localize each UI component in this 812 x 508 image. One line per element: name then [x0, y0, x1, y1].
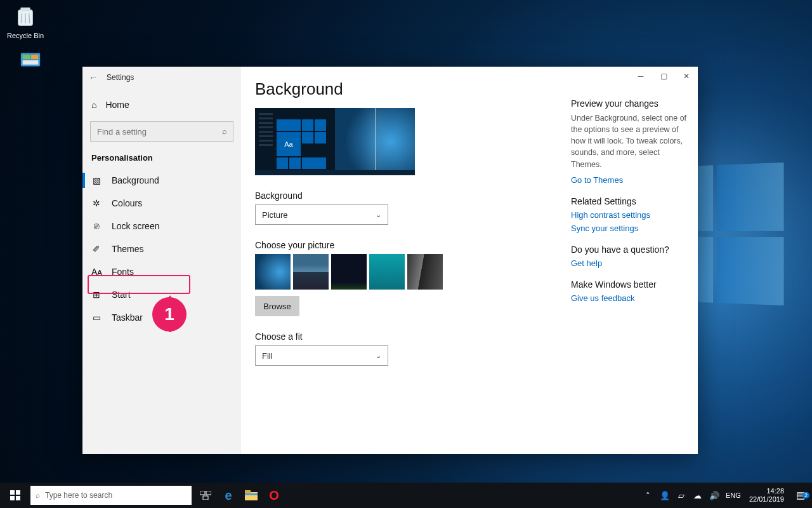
- sidebar-item-label: Colours: [112, 198, 142, 208]
- tray-network-icon[interactable]: ▱: [673, 491, 690, 500]
- preview-sample-text: Aa: [277, 132, 301, 156]
- home-icon: ⌂: [91, 100, 96, 110]
- sidebar-item-taskbar[interactable]: ▭Taskbar: [82, 306, 241, 329]
- settings-window: ─ ▢ ✕ ← Settings ⌂ Home ⌕ Personalisatio…: [82, 67, 698, 454]
- preview-changes-text: Under Background, select one of the opti…: [571, 112, 688, 170]
- control-panel-icon: [18, 48, 43, 72]
- picture-thumb-3[interactable]: [331, 254, 367, 290]
- get-help-link[interactable]: Get help: [571, 258, 688, 268]
- picture-thumb-4[interactable]: [369, 254, 405, 290]
- taskbar: ⌕ Type here to search e O ˄ 👤 ▱ ☁ 🔊 ENG …: [0, 483, 812, 508]
- chevron-down-icon: ⌄: [376, 211, 381, 219]
- start-button[interactable]: [0, 483, 30, 508]
- close-button[interactable]: ✕: [675, 67, 698, 86]
- themes-icon: ✐: [91, 244, 102, 254]
- sidebar-item-colours[interactable]: ✲Colours: [82, 192, 241, 215]
- find-setting-input[interactable]: [90, 121, 233, 142]
- minimize-button[interactable]: ─: [629, 67, 652, 86]
- svg-rect-1: [20, 8, 30, 11]
- taskbar-search[interactable]: ⌕ Type here to search: [30, 486, 192, 505]
- chevron-down-icon: ⌄: [376, 352, 381, 360]
- sync-settings-link[interactable]: Sync your settings: [571, 224, 688, 233]
- search-icon: ⌕: [222, 126, 227, 136]
- picture-icon: ▧: [91, 175, 102, 185]
- tray-volume-icon[interactable]: 🔊: [706, 491, 723, 500]
- svg-rect-8: [200, 491, 205, 495]
- svg-rect-5: [23, 60, 39, 65]
- lock-screen-icon: ⎚: [91, 221, 102, 231]
- page-title: Background: [255, 79, 557, 99]
- taskbar-opera-icon[interactable]: O: [263, 483, 285, 508]
- start-icon: ⊞: [91, 290, 102, 300]
- svg-rect-4: [31, 55, 38, 59]
- sidebar-item-label: Lock screen: [112, 221, 159, 231]
- recycle-bin-icon: [13, 5, 37, 29]
- svg-rect-10: [203, 496, 208, 500]
- sidebar-item-start[interactable]: ⊞Start: [82, 283, 241, 306]
- tray-clock[interactable]: 14:28 22/01/2019: [744, 487, 789, 504]
- right-panel: Preview your changes Under Background, s…: [571, 67, 698, 454]
- svg-rect-3: [23, 55, 30, 59]
- palette-icon: ✲: [91, 198, 102, 208]
- settings-content: Background Aa Background Picture ⌄: [241, 67, 698, 454]
- tray-time: 14:28: [749, 487, 784, 495]
- taskbar-explorer-icon[interactable]: [240, 483, 263, 508]
- fit-dropdown-value: Fill: [262, 351, 273, 361]
- sidebar-item-fonts[interactable]: AᴀFonts: [82, 260, 241, 283]
- settings-sidebar: ← Settings ⌂ Home ⌕ Personalisation ▧Bac…: [82, 67, 241, 454]
- notification-count: 2: [802, 492, 809, 498]
- go-to-themes-link[interactable]: Go to Themes: [571, 175, 688, 185]
- sidebar-item-background[interactable]: ▧Background: [82, 169, 241, 192]
- picture-thumbnails: [255, 254, 557, 290]
- window-controls: ─ ▢ ✕: [629, 67, 698, 86]
- svg-rect-13: [245, 493, 258, 495]
- high-contrast-link[interactable]: High contrast settings: [571, 210, 688, 220]
- choose-picture-label: Choose your picture: [255, 240, 557, 250]
- sidebar-item-themes[interactable]: ✐Themes: [82, 237, 241, 260]
- system-tray: ˄ 👤 ▱ ☁ 🔊 ENG 14:28 22/01/2019 ▤2: [640, 483, 812, 508]
- sidebar-item-label: Background: [112, 175, 159, 185]
- sidebar-nav: ▧Background ✲Colours ⎚Lock screen ✐Theme…: [82, 169, 241, 329]
- background-dropdown[interactable]: Picture ⌄: [255, 204, 388, 225]
- desktop-icon-recycle-bin[interactable]: Recycle Bin: [6, 5, 44, 39]
- sidebar-item-label: Start: [112, 290, 131, 300]
- question-heading: Do you have a question?: [571, 244, 688, 255]
- taskbar-search-placeholder: Type here to search: [45, 491, 112, 500]
- picture-thumb-1[interactable]: [255, 254, 291, 290]
- background-dropdown-value: Picture: [262, 210, 287, 220]
- picture-thumb-5[interactable]: [407, 254, 443, 290]
- sidebar-section-label: Personalisation: [82, 148, 241, 169]
- fit-dropdown[interactable]: Fill ⌄: [255, 345, 388, 366]
- windows-logo-icon: [10, 490, 20, 500]
- tray-date: 22/01/2019: [749, 495, 784, 504]
- choose-fit-label: Choose a fit: [255, 331, 557, 342]
- browse-button[interactable]: Browse: [255, 296, 299, 316]
- back-button[interactable]: ←: [88, 72, 99, 83]
- svg-rect-12: [245, 490, 251, 493]
- fonts-icon: Aᴀ: [91, 267, 102, 277]
- background-preview: Aa: [255, 108, 415, 175]
- search-icon: ⌕: [36, 491, 40, 500]
- desktop-icon-label: Recycle Bin: [7, 32, 44, 39]
- background-dropdown-label: Background: [255, 190, 557, 201]
- tray-language[interactable]: ENG: [723, 491, 744, 499]
- task-view-button[interactable]: [194, 483, 217, 508]
- taskbar-icon: ▭: [91, 312, 102, 323]
- sidebar-item-label: Themes: [112, 244, 144, 254]
- main-panel: Background Aa Background Picture ⌄: [241, 67, 571, 454]
- desktop-icon-control-panel[interactable]: [11, 48, 49, 75]
- home-label: Home: [105, 100, 129, 110]
- make-better-heading: Make Windows better: [571, 279, 688, 290]
- action-center-button[interactable]: ▤2: [789, 490, 812, 501]
- sidebar-item-lock-screen[interactable]: ⎚Lock screen: [82, 215, 241, 237]
- related-settings-heading: Related Settings: [571, 196, 688, 206]
- tray-chevron-up-icon[interactable]: ˄: [640, 491, 657, 500]
- maximize-button[interactable]: ▢: [652, 67, 675, 86]
- feedback-link[interactable]: Give us feedback: [571, 293, 688, 303]
- window-titlebar: ← Settings: [82, 67, 241, 88]
- sidebar-home[interactable]: ⌂ Home: [82, 92, 241, 117]
- tray-onedrive-icon[interactable]: ☁: [690, 491, 706, 500]
- picture-thumb-2[interactable]: [293, 254, 329, 290]
- tray-people-icon[interactable]: 👤: [657, 491, 673, 500]
- taskbar-edge-icon[interactable]: e: [217, 483, 240, 508]
